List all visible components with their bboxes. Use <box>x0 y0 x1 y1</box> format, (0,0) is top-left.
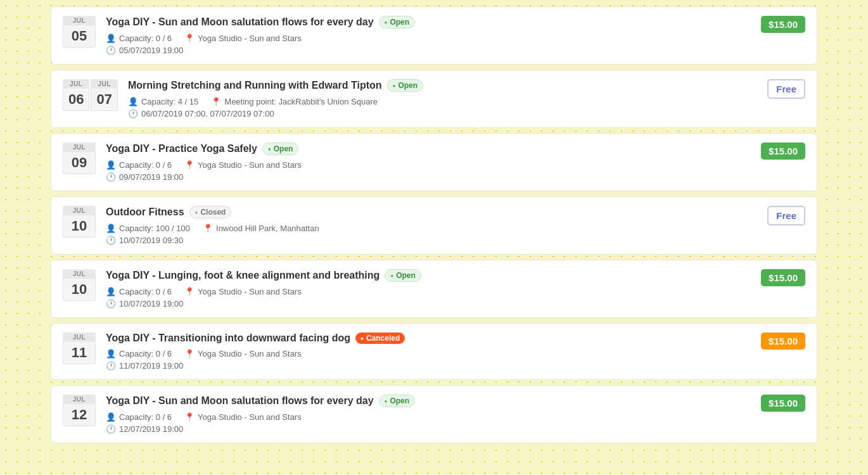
event-title-row: Outdoor Fitness Closed <box>106 206 752 218</box>
datetime-item: 🕐 12/07/2019 19:00 <box>106 424 746 434</box>
person-icon: 👤 <box>106 287 116 296</box>
capacity-item: 👤 Capacity: 0 / 6 <box>106 412 172 422</box>
price-badge: $15.00 <box>761 142 805 160</box>
event-meta: 👤 Capacity: 0 / 6 📍 Yoga Studio - Sun an… <box>106 287 746 308</box>
date-badge: JUL 05 <box>63 16 96 48</box>
date-month: JUL <box>63 395 96 404</box>
datetime-text: 05/07/2019 19:00 <box>119 46 183 55</box>
datetime-text: 12/07/2019 19:00 <box>119 424 183 434</box>
date-badge: JUL 10 <box>63 269 96 301</box>
datetime-text: 06/07/2019 07:00, 07/07/2019 07:00 <box>141 109 274 118</box>
event-title: Outdoor Fitness <box>106 206 184 218</box>
person-icon: 👤 <box>106 412 116 422</box>
location-text: Yoga Studio - Sun and Stars <box>198 287 302 296</box>
event-right: $15.00 <box>756 395 805 412</box>
datetime-text: 10/07/2019 09:30 <box>119 236 183 245</box>
capacity-item: 👤 Capacity: 0 / 6 <box>106 34 172 43</box>
clock-icon: 🕐 <box>106 361 116 370</box>
price-badge: $15.00 <box>761 332 805 350</box>
event-title: Yoga DIY - Sun and Moon salutation flows… <box>106 16 374 28</box>
date-day2: 07 <box>91 89 117 111</box>
date-month2: JUL <box>91 79 117 89</box>
date-day: 10 <box>63 215 96 238</box>
date-badge: JUL 11 <box>63 332 96 364</box>
person-icon: 👤 <box>128 97 138 106</box>
date-day: 10 <box>63 279 96 301</box>
location-item: 📍 Yoga Studio - Sun and Stars <box>184 287 302 296</box>
capacity-text: Capacity: 0 / 6 <box>119 160 172 170</box>
date-day: 12 <box>63 404 96 426</box>
datetime-text: 09/07/2019 19:00 <box>119 172 183 182</box>
location-item: 📍 Yoga Studio - Sun and Stars <box>184 412 302 422</box>
datetime-item: 🕐 05/07/2019 19:00 <box>106 46 746 55</box>
person-icon: 👤 <box>106 349 116 358</box>
price-badge: $15.00 <box>761 269 805 286</box>
capacity-text: Capacity: 100 / 100 <box>119 224 190 233</box>
date-badge: JUL 12 <box>63 395 96 426</box>
date-badge: JUL 06 JUL 07 <box>63 79 118 111</box>
location-text: Yoga Studio - Sun and Stars <box>198 34 302 43</box>
event-title-row: Morning Stretching and Running with Edwa… <box>128 79 752 92</box>
location-icon: 📍 <box>184 287 195 296</box>
clock-icon: 🕐 <box>106 46 116 55</box>
event-title-row: Yoga DIY - Transitioning into downward f… <box>106 332 746 344</box>
date-badge: JUL 09 <box>63 142 96 174</box>
datetime-item: 🕐 06/07/2019 07:00, 07/07/2019 07:00 <box>128 109 752 118</box>
event-info: Yoga DIY - Transitioning into downward f… <box>106 332 746 370</box>
date-month: JUL <box>63 206 96 215</box>
date-day: 11 <box>63 342 96 364</box>
event-right: Free <box>762 206 805 225</box>
datetime-item: 🕐 10/07/2019 09:30 <box>106 236 752 245</box>
event-right: $15.00 <box>756 142 805 160</box>
event-title-row: Yoga DIY - Lunging, foot & knee alignmen… <box>106 269 746 282</box>
event-meta: 👤 Capacity: 0 / 6 📍 Yoga Studio - Sun an… <box>106 160 746 182</box>
event-right: Free <box>762 79 805 99</box>
event-info: Yoga DIY - Sun and Moon salutation flows… <box>106 395 746 434</box>
clock-icon: 🕐 <box>106 172 116 182</box>
event-info: Yoga DIY - Sun and Moon salutation flows… <box>106 16 746 55</box>
event-meta: 👤 Capacity: 0 / 6 📍 Yoga Studio - Sun an… <box>106 34 746 55</box>
date-badge: JUL 10 <box>63 206 96 238</box>
event-title: Yoga DIY - Lunging, foot & knee alignmen… <box>106 270 380 281</box>
clock-icon: 🕐 <box>106 299 116 308</box>
event-right: $15.00 <box>756 16 805 33</box>
status-badge: Open <box>262 142 299 155</box>
date-day: 05 <box>63 25 96 48</box>
event-card[interactable]: JUL 12 Yoga DIY - Sun and Moon salutatio… <box>51 385 817 443</box>
datetime-text: 11/07/2019 19:00 <box>119 361 183 370</box>
date-month: JUL <box>63 79 89 89</box>
capacity-text: Capacity: 4 / 15 <box>141 97 198 106</box>
event-title: Yoga DIY - Practice Yoga Safely <box>106 143 257 155</box>
location-icon: 📍 <box>184 349 195 358</box>
capacity-item: 👤 Capacity: 0 / 6 <box>106 160 172 170</box>
location-item: 📍 Meeting point: JackRabbit's Union Squa… <box>211 97 378 106</box>
event-meta: 👤 Capacity: 0 / 6 📍 Yoga Studio - Sun an… <box>106 349 746 370</box>
event-meta: 👤 Capacity: 4 / 15 📍 Meeting point: Jack… <box>128 97 752 118</box>
location-icon: 📍 <box>184 412 195 422</box>
location-item: 📍 Yoga Studio - Sun and Stars <box>184 349 302 358</box>
event-title: Morning Stretching and Running with Edwa… <box>128 80 382 91</box>
location-item: 📍 Inwood Hill Park, Manhattan <box>203 224 319 233</box>
event-title: Yoga DIY - Sun and Moon salutation flows… <box>106 395 374 407</box>
datetime-item: 🕐 11/07/2019 19:00 <box>106 361 746 370</box>
datetime-item: 🕐 10/07/2019 19:00 <box>106 299 746 308</box>
location-text: Yoga Studio - Sun and Stars <box>198 349 302 358</box>
event-card[interactable]: JUL 05 Yoga DIY - Sun and Moon salutatio… <box>51 6 817 65</box>
event-card[interactable]: JUL 10 Outdoor Fitness Closed 👤 Capacity… <box>51 196 817 255</box>
location-text: Yoga Studio - Sun and Stars <box>198 160 302 170</box>
event-info: Yoga DIY - Lunging, foot & knee alignmen… <box>106 269 746 308</box>
event-card[interactable]: JUL 11 Yoga DIY - Transitioning into dow… <box>51 323 817 380</box>
event-meta: 👤 Capacity: 100 / 100 📍 Inwood Hill Park… <box>106 224 752 245</box>
location-item: 📍 Yoga Studio - Sun and Stars <box>184 34 302 43</box>
capacity-item: 👤 Capacity: 100 / 100 <box>106 224 190 233</box>
event-card[interactable]: JUL 10 Yoga DIY - Lunging, foot & knee a… <box>51 260 817 318</box>
event-card[interactable]: JUL 09 Yoga DIY - Practice Yoga Safely O… <box>51 133 817 191</box>
person-icon: 👤 <box>106 160 116 170</box>
date-month: JUL <box>63 269 96 279</box>
location-icon: 📍 <box>184 34 195 43</box>
date-month: JUL <box>63 16 96 25</box>
clock-icon: 🕐 <box>106 236 116 245</box>
capacity-text: Capacity: 0 / 6 <box>119 34 172 43</box>
event-card[interactable]: JUL 06 JUL 07 Morning Stretching and Run… <box>51 70 817 128</box>
event-info: Morning Stretching and Running with Edwa… <box>128 79 752 118</box>
